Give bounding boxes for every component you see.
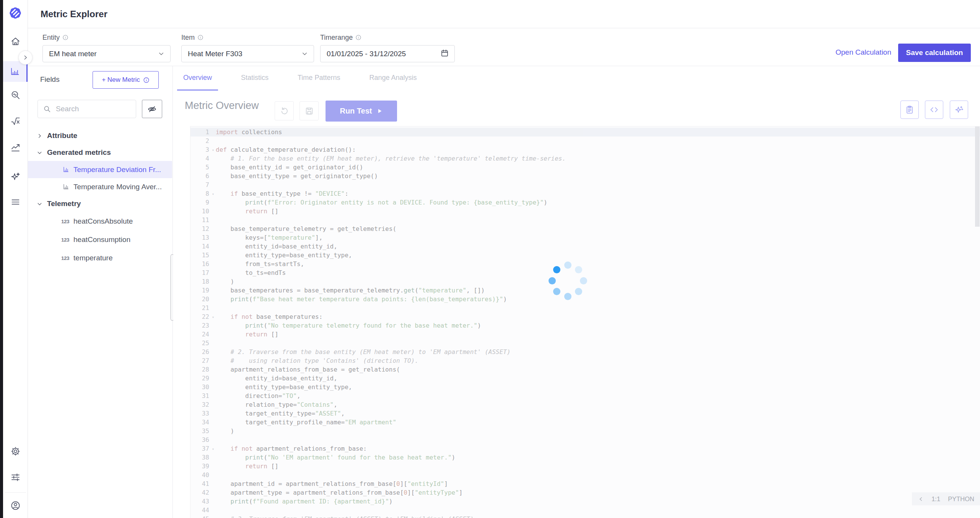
code-text: apartment_id = apartment_relations_from_… bbox=[216, 479, 448, 488]
tab-statistics[interactable]: Statistics bbox=[235, 66, 275, 91]
section-generated-metrics[interactable]: Generated metrics bbox=[28, 144, 172, 161]
chevron-down-icon bbox=[301, 50, 308, 57]
chevron-left-icon[interactable] bbox=[918, 496, 924, 502]
line-number: 22▾ bbox=[190, 312, 216, 321]
code-text: print(f"Found apartment ID: {apartment_i… bbox=[216, 497, 392, 506]
timerange-picker[interactable]: 01/01/2025 - 31/12/2025 bbox=[320, 45, 455, 62]
tab-range-analysis[interactable]: Range Analysis bbox=[363, 66, 423, 91]
save-metric-button[interactable] bbox=[300, 101, 319, 120]
nav-menu[interactable] bbox=[3, 193, 28, 210]
section-telemetry[interactable]: Telemetry bbox=[28, 195, 172, 212]
field-item-temperature[interactable]: 123 temperature bbox=[28, 249, 172, 267]
line-number: 35 bbox=[190, 427, 216, 435]
nav-trends[interactable] bbox=[3, 139, 28, 156]
code-line: 11 bbox=[190, 216, 980, 224]
field-item-heatconsumption[interactable]: 123 heatConsumption bbox=[28, 231, 172, 249]
code-line: 3▾def calculate_temperature_deviation(): bbox=[190, 145, 980, 154]
nav-home[interactable] bbox=[3, 33, 28, 50]
numeric-field-icon: 123 bbox=[61, 255, 69, 261]
app-header: Metric Explorer bbox=[28, 0, 980, 28]
editor-status-bar: 1:1 PYTHON bbox=[912, 492, 980, 505]
code-line: 21 bbox=[190, 304, 980, 312]
language-selector[interactable]: PYTHON bbox=[948, 495, 974, 503]
editor-scrollbar[interactable] bbox=[975, 127, 980, 518]
code-text: print(f"Base heat meter temperature data… bbox=[216, 295, 507, 304]
line-number: 15 bbox=[190, 251, 216, 260]
floppy-icon bbox=[304, 106, 314, 116]
page-title: Metric Explorer bbox=[41, 9, 107, 19]
nav-formulas[interactable] bbox=[3, 113, 28, 130]
spinner-dot bbox=[564, 261, 571, 269]
app-logo bbox=[3, 4, 28, 22]
metric-chart-icon bbox=[63, 183, 69, 190]
entity-select[interactable]: EM heat meter bbox=[42, 45, 171, 62]
ai-generate-button[interactable] bbox=[950, 101, 968, 119]
code-text: to_ts=endTs bbox=[216, 268, 286, 277]
numeric-field-icon: 123 bbox=[61, 237, 69, 243]
code-line: 39 return [] bbox=[190, 462, 980, 471]
search-input[interactable] bbox=[55, 104, 131, 114]
line-number: 32 bbox=[190, 400, 216, 409]
code-text: print("No temperature telemetry found fo… bbox=[216, 321, 481, 330]
tab-time-patterns[interactable]: Time Patterns bbox=[291, 66, 346, 91]
editor-scrollbar-thumb[interactable] bbox=[975, 127, 980, 227]
run-test-button[interactable]: Run Test bbox=[326, 101, 397, 122]
field-item-heatconsabsolute[interactable]: 123 heatConsAbsolute bbox=[28, 212, 172, 231]
fold-arrow-icon[interactable]: ▾ bbox=[212, 445, 214, 453]
line-number: 31 bbox=[190, 391, 216, 400]
line-number: 19 bbox=[190, 286, 216, 295]
nav-ai-assist[interactable] bbox=[3, 168, 28, 185]
fold-arrow-icon[interactable]: ▾ bbox=[212, 313, 214, 322]
field-item-temperature-moving-average[interactable]: Temperature Moving Aver... bbox=[28, 178, 172, 195]
code-text: ) bbox=[216, 427, 234, 435]
sparkle-plus-icon bbox=[954, 105, 964, 115]
item-select[interactable]: Heat Meter F303 bbox=[181, 45, 314, 62]
field-item-temperature-deviation[interactable]: Temperature Deviation Fr... bbox=[28, 161, 172, 178]
expand-rail-button[interactable] bbox=[18, 50, 33, 65]
user-circle-icon bbox=[10, 500, 21, 511]
line-number: 9 bbox=[190, 198, 216, 207]
code-text: entity_type=base_entity_type, bbox=[216, 251, 352, 260]
hamburger-icon bbox=[10, 197, 21, 207]
code-line: 32 relation_type="Contains", bbox=[190, 400, 980, 409]
nav-settings[interactable] bbox=[3, 443, 28, 460]
fold-arrow-icon[interactable]: ▾ bbox=[212, 190, 214, 198]
line-number: 1 bbox=[190, 128, 216, 136]
sparkles-icon bbox=[10, 171, 21, 182]
code-line: 29 entity_id=base_entity_id, bbox=[190, 374, 980, 383]
tabs-row: Overview Statistics Time Patterns Range … bbox=[173, 66, 980, 91]
code-line: 2 bbox=[190, 136, 980, 145]
line-number: 33 bbox=[190, 409, 216, 418]
tab-overview[interactable]: Overview bbox=[177, 66, 218, 91]
nav-profile[interactable] bbox=[3, 497, 28, 514]
code-text: # 2. Traverse from the base entity (EM h… bbox=[216, 347, 511, 356]
entity-control: Entity EM heat meter bbox=[42, 33, 171, 62]
line-number: 10 bbox=[190, 207, 216, 216]
line-number: 30 bbox=[190, 383, 216, 391]
new-metric-button[interactable]: + New Metric bbox=[93, 71, 159, 89]
fold-arrow-icon[interactable]: ▾ bbox=[212, 146, 214, 154]
line-number: 44 bbox=[190, 506, 216, 515]
code-text: # using relation type 'Contains' (direct… bbox=[216, 356, 418, 365]
code-text: direction="TO", bbox=[216, 391, 301, 400]
copy-code-button[interactable] bbox=[900, 101, 919, 119]
search-icon bbox=[43, 105, 51, 113]
editor-toolbar: Metric Overview Run Test bbox=[173, 91, 980, 126]
nav-analyze[interactable] bbox=[3, 86, 28, 103]
code-line: 22▾ if not base_temperatures: bbox=[190, 312, 980, 321]
rail-divider bbox=[5, 492, 26, 493]
open-calculation-link[interactable]: Open Calculation bbox=[835, 48, 891, 57]
line-number: 41 bbox=[190, 479, 216, 488]
numeric-field-icon: 123 bbox=[61, 219, 69, 224]
line-number: 21 bbox=[190, 304, 216, 312]
eye-off-icon bbox=[147, 104, 157, 114]
save-calculation-button[interactable]: Save calculation bbox=[898, 44, 971, 62]
code-editor[interactable]: 1import collections23▾def calculate_temp… bbox=[190, 126, 980, 518]
nav-preferences[interactable] bbox=[3, 469, 28, 486]
hide-fields-toggle[interactable] bbox=[142, 100, 162, 118]
section-attribute[interactable]: Attribute bbox=[28, 127, 172, 144]
line-number: 40 bbox=[190, 471, 216, 479]
refresh-button[interactable] bbox=[275, 101, 294, 120]
code-text: base_temperature_telemetry = get_telemet… bbox=[216, 224, 396, 233]
code-view-button[interactable] bbox=[925, 101, 943, 119]
